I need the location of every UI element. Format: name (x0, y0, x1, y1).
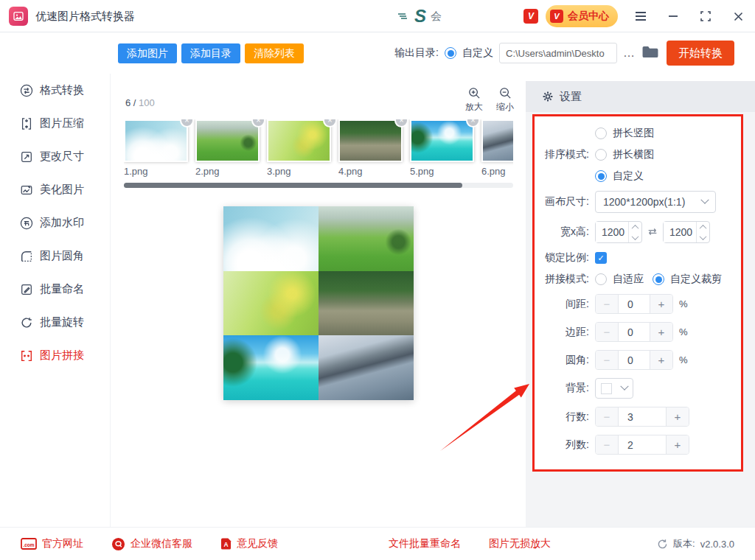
height-input[interactable] (664, 222, 696, 242)
collage-cell (319, 206, 414, 271)
sidebar-item-label: 美化图片 (40, 183, 84, 197)
output-path-input[interactable] (499, 43, 617, 63)
gap-input[interactable] (618, 295, 650, 313)
gap-minus-button[interactable]: − (596, 295, 618, 313)
corner-plus-button[interactable]: + (650, 351, 672, 369)
gear-icon (542, 91, 554, 102)
add-folder-button[interactable]: 添加目录 (181, 43, 240, 63)
width-down-icon[interactable] (629, 232, 641, 242)
minimize-icon[interactable] (667, 10, 680, 23)
remove-file-icon[interactable]: × (180, 119, 194, 127)
sidebar-item-label: 图片拼接 (40, 349, 84, 363)
rows-plus-button[interactable]: + (667, 407, 689, 426)
width-up-icon[interactable] (629, 222, 641, 232)
remove-file-icon[interactable]: × (251, 119, 265, 127)
sidebar-item-compress[interactable]: 图片压缩 (0, 107, 110, 140)
batch-rename-link[interactable]: 文件批量重命名 (389, 537, 461, 550)
stitch-custom-crop-radio[interactable] (653, 273, 664, 285)
sidebar-item-format-convert[interactable]: 格式转换 (0, 74, 110, 107)
sort-horizontal-radio[interactable] (595, 149, 607, 161)
watermark-icon (20, 217, 33, 230)
thumbnail-image[interactable]: × (481, 119, 513, 162)
thumbnail-image[interactable]: × (124, 119, 188, 162)
thumbnail-strip: × 1.png × 2.png × 3.png × 4.png × 5.png … (124, 119, 513, 183)
thumbnail-image[interactable]: × (195, 119, 260, 162)
refresh-icon[interactable] (657, 539, 668, 550)
sidebar-item-batch-rename[interactable]: 批量命名 (0, 273, 110, 306)
cols-minus-button[interactable]: − (596, 435, 618, 454)
corner-row: 圆角: − + % (535, 350, 741, 370)
count-total: 100 (139, 97, 155, 108)
remove-file-icon[interactable]: × (323, 119, 337, 127)
sort-vertical-radio[interactable] (595, 127, 607, 139)
sidebar-item-watermark[interactable]: 添加水印 (0, 206, 110, 239)
start-convert-button[interactable]: 开始转换 (667, 41, 734, 66)
collage-cell (223, 335, 319, 400)
zoom-in-button[interactable]: 放大 (465, 87, 483, 113)
thumbnail-image[interactable]: × (410, 119, 474, 162)
sidebar-item-beautify[interactable]: 美化图片 (0, 173, 110, 206)
thumbnail-item[interactable]: × 3.png (267, 119, 331, 183)
wechat-support-label: 企业微信客服 (131, 537, 192, 550)
background-color-select[interactable] (595, 378, 633, 399)
height-stepper[interactable] (663, 221, 710, 243)
official-site-label: 官方网址 (42, 537, 83, 550)
scrollbar-thumb[interactable] (124, 183, 462, 188)
remove-file-icon[interactable]: × (394, 119, 408, 127)
rows-input[interactable] (618, 407, 667, 426)
thumbnail-item[interactable]: × 1.png (124, 119, 188, 183)
height-down-icon[interactable] (697, 232, 709, 242)
rows-minus-button[interactable]: − (596, 407, 618, 426)
svg-text:A: A (223, 541, 228, 548)
thumbnail-item[interactable]: × 4.png (338, 119, 403, 183)
app-logo-icon (9, 7, 28, 26)
margin-input[interactable] (618, 323, 650, 341)
cols-input[interactable] (618, 435, 667, 454)
width-input[interactable] (596, 222, 628, 242)
sort-mode-row: 排序模式: 拼长竖图 拼长横图 自定义 (535, 127, 741, 183)
sidebar-item-stitch[interactable]: 图片拼接 (0, 339, 110, 372)
thumbnail-item[interactable]: × 2.png (195, 119, 260, 183)
wechat-support-link[interactable]: 企业微信客服 (111, 537, 192, 551)
corner-input[interactable] (618, 351, 650, 369)
width-stepper[interactable] (595, 221, 642, 243)
thumbnail-image[interactable]: × (267, 119, 331, 162)
sort-horizontal-label: 拼长横图 (613, 148, 654, 161)
folder-icon[interactable] (641, 45, 659, 62)
sidebar-item-resize[interactable]: 更改尺寸 (0, 140, 110, 173)
thumbnail-item[interactable]: × 6.png (481, 119, 513, 183)
member-center-button[interactable]: V 会员中心 (546, 5, 618, 27)
vip-icon[interactable]: V (523, 9, 538, 24)
sort-custom-radio[interactable] (595, 170, 607, 182)
zoom-out-button[interactable]: 缩小 (496, 87, 514, 113)
height-up-icon[interactable] (697, 222, 709, 232)
gap-plus-button[interactable]: + (650, 295, 672, 313)
sidebar-item-round-corner[interactable]: 图片圆角 (0, 239, 110, 273)
sidebar-item-batch-rotate[interactable]: 批量旋转 (0, 306, 110, 339)
remove-file-icon[interactable]: × (466, 119, 480, 127)
corner-minus-button[interactable]: − (596, 351, 618, 369)
width-height-label: 宽x高: (535, 225, 595, 239)
cols-plus-button[interactable]: + (667, 435, 689, 454)
feedback-link[interactable]: A 意见反馈 (220, 537, 278, 550)
thumbnail-image[interactable]: × (338, 119, 403, 162)
margin-minus-button[interactable]: − (596, 323, 618, 341)
official-site-link[interactable]: .com 官方网址 (21, 537, 83, 550)
zoom-out-icon (499, 87, 512, 99)
lossless-upscale-link[interactable]: 图片无损放大 (489, 537, 551, 550)
background-row: 背景: (535, 378, 741, 399)
sidebar-item-label: 格式转换 (40, 83, 84, 97)
stitch-auto-radio[interactable] (595, 273, 607, 285)
output-custom-radio[interactable] (445, 47, 456, 59)
margin-plus-button[interactable]: + (650, 323, 672, 341)
close-icon[interactable] (731, 10, 745, 23)
menu-icon[interactable] (634, 10, 647, 23)
clear-list-button[interactable]: 清除列表 (245, 43, 304, 63)
add-images-button[interactable]: 添加图片 (118, 43, 177, 63)
browse-more-button[interactable]: … (623, 46, 636, 60)
maximize-icon[interactable] (699, 10, 712, 23)
canvas-size-select[interactable]: 1200*1200px(1:1) (595, 191, 716, 213)
color-swatch (601, 383, 612, 394)
thumbnail-item[interactable]: × 5.png (410, 119, 474, 183)
lock-ratio-checkbox[interactable]: ✓ (595, 252, 607, 264)
